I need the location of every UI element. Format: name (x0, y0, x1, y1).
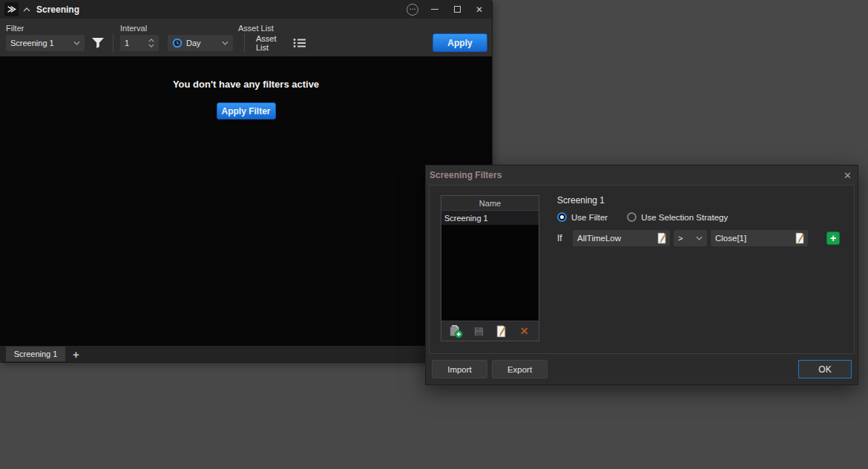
filter-funnel-icon[interactable] (89, 35, 107, 51)
window-controls: ⋯ ✕ (404, 2, 487, 17)
dialog-footer: Import Export OK (426, 354, 858, 384)
asset-list-icon[interactable] (293, 35, 306, 51)
dialog-close-icon[interactable]: ✕ (844, 171, 852, 180)
delete-icon[interactable]: ✕ (516, 323, 533, 339)
ok-button[interactable]: OK (798, 360, 852, 378)
asset-list-label: Asset List (238, 24, 274, 33)
dialog-titlebar: Screening Filters ✕ (426, 165, 858, 185)
asset-list-button[interactable]: Asset List (256, 34, 281, 52)
import-button[interactable]: Import (432, 360, 487, 378)
dialog-content-frame: Name Screening 1 (429, 185, 855, 354)
edit-formula-icon[interactable] (656, 232, 668, 244)
stepper-arrows-icon[interactable] (148, 39, 154, 47)
add-tab-icon[interactable]: + (73, 349, 79, 360)
screening-window: Screening ⋯ ✕ Filter Screening 1 (0, 0, 492, 362)
clock-icon (172, 38, 183, 48)
collapse-panel-icon[interactable] (23, 7, 30, 12)
selected-filter-name: Screening 1 (557, 195, 605, 206)
add-item-icon[interactable] (447, 323, 464, 339)
window-title: Screening (36, 4, 79, 15)
list-header-name: Name (441, 196, 539, 211)
use-selection-strategy-radio[interactable]: Use Selection Strategy (627, 212, 728, 222)
options-icon[interactable]: ⋯ (404, 2, 421, 17)
minimize-icon[interactable] (427, 2, 443, 17)
use-filter-radio[interactable]: Use Filter (557, 212, 608, 222)
condition-rhs-field (711, 230, 808, 246)
chevron-down-icon (73, 41, 80, 45)
operator-dropdown[interactable]: > (674, 230, 707, 246)
screening-filters-dialog: Screening Filters ✕ Name Screening 1 (425, 165, 858, 385)
filter-name-list: Name Screening 1 (441, 195, 539, 341)
radio-unselected-icon (627, 212, 637, 222)
empty-message: You don't have any filters active (0, 79, 492, 90)
interval-label: Interval (120, 24, 147, 33)
interval-stepper[interactable]: 1 (120, 35, 159, 51)
desktop: { "window": { "title": "Screening", "con… (0, 0, 868, 469)
apply-button[interactable]: Apply (433, 33, 487, 52)
export-button[interactable]: Export (492, 360, 548, 378)
screening-results-panel: You don't have any filters active Apply … (0, 56, 492, 346)
mode-radio-row: Use Filter Use Selection Strategy (557, 212, 747, 222)
edit-icon[interactable] (493, 323, 510, 339)
condition-row: If > (557, 230, 840, 246)
empty-state: You don't have any filters active Apply … (0, 79, 492, 119)
if-label: If (557, 233, 573, 243)
tab-screening-1[interactable]: Screening 1 (6, 347, 65, 361)
list-item-screening-1[interactable]: Screening 1 (441, 211, 539, 225)
chevron-down-icon (222, 41, 228, 45)
chevron-down-icon (696, 236, 703, 240)
condition-lhs-field (573, 230, 670, 246)
window-titlebar: Screening ⋯ ✕ (0, 0, 492, 19)
maximize-icon[interactable] (449, 2, 465, 17)
save-icon[interactable] (470, 323, 487, 339)
close-icon[interactable]: ✕ (471, 2, 487, 17)
screening-toolbar: Filter Screening 1 Interval (0, 19, 492, 56)
dialog-title: Screening Filters (430, 170, 502, 180)
list-empty-area (441, 225, 539, 321)
app-icon (4, 2, 19, 16)
toolbar-separator (113, 33, 114, 53)
filter-dropdown[interactable]: Screening 1 (6, 35, 85, 51)
screen-tab-bar: Screening 1 + (0, 346, 492, 362)
edit-formula-icon[interactable] (794, 232, 806, 244)
filter-label: Filter (6, 24, 24, 33)
toolbar-separator (244, 33, 245, 53)
list-toolbar: ✕ (441, 321, 539, 341)
radio-selected-icon (557, 212, 567, 222)
add-condition-button[interactable]: + (826, 232, 840, 245)
interval-unit-dropdown[interactable]: Day (168, 35, 233, 51)
apply-filter-button[interactable]: Apply Filter (217, 102, 276, 119)
